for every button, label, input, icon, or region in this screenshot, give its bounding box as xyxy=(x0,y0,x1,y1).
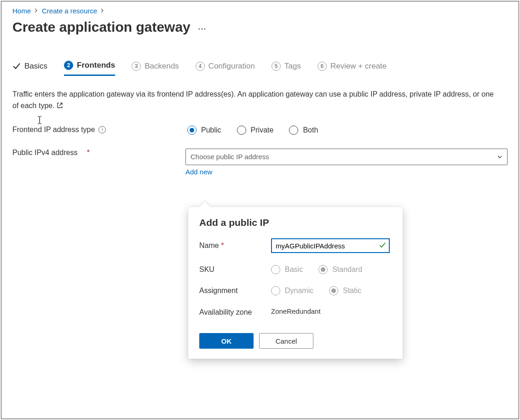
frontend-ip-type-radio-group: Public Private Both xyxy=(187,126,508,135)
tab-label: Tags xyxy=(284,62,301,71)
tab-configuration[interactable]: 4 Configuration xyxy=(196,61,255,76)
radio-sku-basic: Basic xyxy=(271,265,303,274)
add-new-link[interactable]: Add new xyxy=(185,168,212,176)
tab-label: Frontends xyxy=(77,61,115,70)
tab-frontends[interactable]: 2 Frontends xyxy=(64,61,115,76)
step-number-icon: 6 xyxy=(318,62,327,71)
radio-label: Standard xyxy=(332,265,362,274)
availability-zone-value: ZoneRedundant xyxy=(271,307,321,315)
checkmark-icon xyxy=(379,242,386,249)
tab-basics[interactable]: Basics xyxy=(12,61,47,76)
text-cursor-icon xyxy=(36,115,43,125)
radio-private[interactable]: Private xyxy=(237,126,274,135)
cancel-button[interactable]: Cancel xyxy=(259,333,313,349)
step-number-icon: 3 xyxy=(132,62,141,71)
availability-zone-label: Availability zone xyxy=(199,307,271,317)
step-number-icon: 4 xyxy=(196,62,205,71)
radio-icon xyxy=(187,126,196,135)
radio-public[interactable]: Public xyxy=(187,126,221,135)
radio-label: Dynamic xyxy=(285,287,313,295)
step-number-icon: 2 xyxy=(64,61,73,70)
popover-title: Add a public IP xyxy=(199,217,392,228)
check-icon xyxy=(12,62,21,70)
radio-assignment-dynamic: Dynamic xyxy=(271,286,313,295)
info-icon[interactable]: i xyxy=(98,126,106,133)
public-ip-name-input[interactable] xyxy=(271,238,390,253)
radio-icon xyxy=(329,286,338,295)
tab-backends[interactable]: 3 Backends xyxy=(132,61,179,76)
radio-icon xyxy=(289,126,298,135)
breadcrumb-home[interactable]: Home xyxy=(12,7,31,15)
chevron-down-icon xyxy=(497,154,503,160)
radio-icon xyxy=(271,286,280,295)
page-title-text: Create application gateway xyxy=(12,19,191,35)
radio-icon xyxy=(271,265,280,274)
radio-label: Both xyxy=(303,126,318,134)
ok-button[interactable]: OK xyxy=(199,333,254,349)
radio-label: Public xyxy=(201,126,221,134)
description-text: Traffic enters the application gateway v… xyxy=(12,90,494,109)
chevron-right-icon xyxy=(35,8,38,14)
public-ipv4-label: Public IPv4 address * xyxy=(12,149,185,157)
page-title: Create application gateway ⋯ xyxy=(12,19,508,35)
sku-label: SKU xyxy=(199,265,271,274)
tab-review-create[interactable]: 6 Review + create xyxy=(318,61,387,76)
more-actions-icon[interactable]: ⋯ xyxy=(198,21,207,34)
radio-label: Static xyxy=(343,287,361,295)
external-link-icon[interactable] xyxy=(57,102,63,109)
tab-label: Review + create xyxy=(330,62,387,71)
radio-label: Basic xyxy=(285,265,303,274)
radio-sku-standard: Standard xyxy=(318,265,362,274)
radio-icon xyxy=(318,265,328,274)
tab-label: Configuration xyxy=(208,62,255,71)
assignment-label: Assignment xyxy=(199,287,271,295)
breadcrumb: Home Create a resource xyxy=(12,7,508,15)
frontend-ip-type-label: Frontend IP address type i xyxy=(12,126,187,134)
breadcrumb-create-resource[interactable]: Create a resource xyxy=(42,7,97,15)
name-label: Name * xyxy=(199,242,271,250)
radio-both[interactable]: Both xyxy=(289,126,318,135)
radio-label: Private xyxy=(251,126,274,134)
select-placeholder: Choose public IP address xyxy=(191,153,269,161)
frontends-description: Traffic enters the application gateway v… xyxy=(12,89,500,112)
chevron-right-icon xyxy=(101,8,104,14)
radio-icon xyxy=(237,126,246,135)
radio-assignment-static: Static xyxy=(329,286,361,295)
tab-tags[interactable]: 5 Tags xyxy=(272,61,301,76)
tab-label: Basics xyxy=(24,62,47,71)
add-public-ip-popover: Add a public IP Name * SKU Basic xyxy=(188,207,403,359)
wizard-tabs: Basics 2 Frontends 3 Backends 4 Configur… xyxy=(12,61,508,76)
public-ip-select[interactable]: Choose public IP address xyxy=(185,149,508,165)
tab-label: Backends xyxy=(144,62,179,71)
step-number-icon: 5 xyxy=(272,62,281,71)
